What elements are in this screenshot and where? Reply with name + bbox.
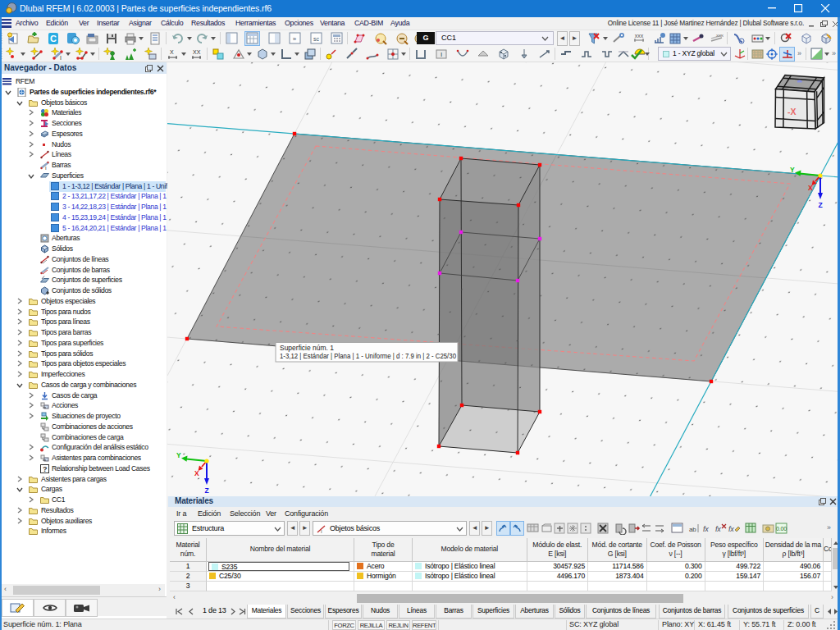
svg-text:I: I [60, 55, 62, 61]
svg-text:ab: ab [689, 526, 696, 533]
svg-text:Z: Z [205, 486, 209, 495]
svg-text:Y: Y [176, 451, 181, 459]
svg-text:X: X [170, 49, 174, 55]
svg-text:Y: Y [790, 166, 795, 174]
svg-text:xxx: xxx [635, 33, 644, 39]
svg-text:»: » [293, 35, 297, 43]
svg-text:I: I [45, 166, 47, 170]
svg-text:0.00: 0.00 [776, 526, 787, 532]
svg-text:X: X [194, 469, 199, 477]
svg-text:I: I [321, 529, 322, 534]
svg-text:sc: sc [313, 36, 320, 42]
svg-text:X: X [808, 184, 813, 192]
svg-text:?: ? [43, 465, 47, 473]
svg-text:C: C [50, 34, 57, 43]
svg-text:fx: fx [715, 525, 721, 533]
svg-text:Z: Z [819, 201, 823, 209]
svg-text:fx: fx [703, 525, 709, 533]
svg-text:xxx: xxx [716, 33, 724, 38]
svg-text:I: I [441, 51, 442, 58]
svg-text:Superficie núm. 1: Superficie núm. 1 [280, 344, 334, 352]
svg-text:1-3,12 | Estándar | Plana | 1: 1-3,12 | Estándar | Plana | 1 - Uniforme… [280, 352, 456, 360]
svg-text:fx: fx [728, 525, 734, 533]
svg-text:XX: XX [193, 49, 201, 55]
svg-text:-X: -X [788, 107, 797, 116]
